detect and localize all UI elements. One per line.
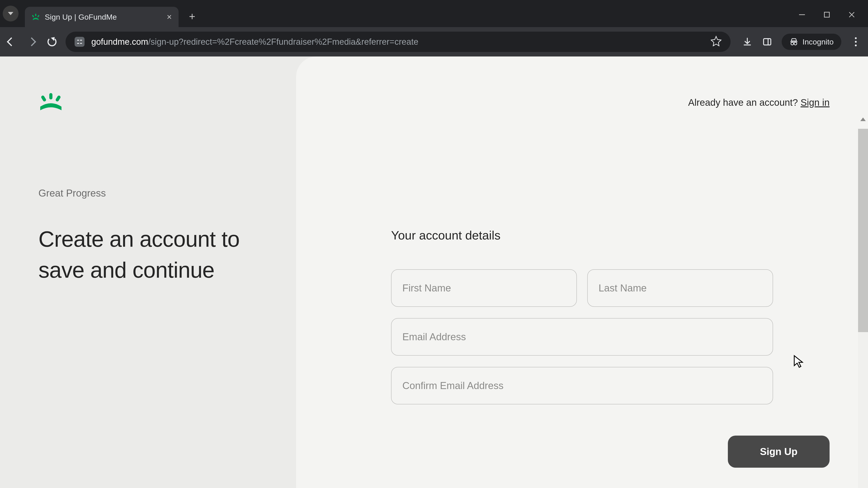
last-name-input[interactable]: [587, 269, 773, 307]
back-button[interactable]: [4, 35, 18, 48]
scrollbar-track[interactable]: [858, 129, 868, 488]
left-pane: Great Progress Create an account to save…: [0, 57, 296, 488]
reload-button[interactable]: [45, 35, 59, 48]
incognito-indicator[interactable]: Incognito: [782, 34, 841, 50]
svg-rect-1: [32, 15, 34, 18]
toolbar-right: Incognito: [737, 34, 864, 50]
tab-strip: Sign Up | GoFundMe × +: [0, 0, 868, 27]
browser-chrome: Sign Up | GoFundMe × + gofundme.com/sign…: [0, 0, 868, 57]
browser-tab[interactable]: Sign Up | GoFundMe ×: [25, 7, 179, 27]
browser-toolbar: gofundme.com/sign-up?redirect=%2Fcreate%…: [0, 27, 868, 57]
signin-prompt: Already have an account? Sign in: [688, 97, 830, 108]
scrollbar-thumb[interactable]: [858, 129, 868, 332]
chevron-down-icon: [8, 12, 13, 15]
arrow-right-icon: [27, 37, 36, 46]
svg-rect-18: [55, 95, 61, 102]
close-window-icon[interactable]: [847, 10, 856, 19]
svg-rect-2: [37, 15, 39, 18]
signup-button[interactable]: Sign Up: [728, 435, 830, 468]
svg-rect-17: [41, 95, 47, 102]
side-panel-icon[interactable]: [762, 36, 773, 47]
signin-prompt-text: Already have an account?: [688, 97, 800, 108]
svg-rect-0: [35, 14, 36, 16]
browser-menu-button[interactable]: [850, 36, 861, 47]
tab-search-button[interactable]: [3, 6, 19, 22]
svg-rect-11: [764, 39, 771, 45]
incognito-icon: [789, 37, 798, 46]
kebab-menu-icon: [855, 37, 857, 46]
gofundme-favicon-icon: [32, 13, 40, 21]
gofundme-logo-icon[interactable]: [38, 93, 63, 111]
form-heading: Your account details: [391, 228, 773, 242]
svg-rect-7: [77, 40, 79, 41]
first-name-input[interactable]: [391, 269, 577, 307]
page-body: Great Progress Create an account to save…: [0, 57, 868, 488]
legal-suffix: .: [416, 468, 419, 479]
svg-rect-9: [77, 43, 79, 44]
svg-rect-4: [825, 12, 829, 17]
svg-point-13: [791, 42, 794, 45]
legal-text: By continuing, you agree to the GoFundMe…: [391, 450, 703, 482]
forward-button[interactable]: [25, 35, 38, 48]
address-bar[interactable]: gofundme.com/sign-up?redirect=%2Fcreate%…: [66, 32, 731, 52]
url-domain: gofundme.com: [91, 37, 148, 46]
window-controls: [798, 10, 865, 19]
arrow-left-icon: [7, 37, 16, 46]
right-pane: Already have an account? Sign in Your ac…: [296, 57, 868, 488]
signin-link[interactable]: Sign in: [801, 97, 830, 108]
svg-rect-16: [49, 93, 53, 99]
name-row: [391, 269, 773, 307]
svg-point-14: [794, 42, 797, 45]
bookmark-star-icon[interactable]: [711, 35, 721, 48]
tab-close-icon[interactable]: ×: [167, 13, 172, 21]
url-path: /sign-up?redirect=%2Fcreate%2Ffundraiser…: [148, 37, 418, 46]
confirm-email-row: [391, 367, 773, 404]
reload-icon: [48, 37, 57, 46]
site-info-icon[interactable]: [74, 37, 85, 47]
email-row: [391, 318, 773, 356]
minimize-icon[interactable]: [798, 10, 807, 19]
email-input[interactable]: [391, 318, 773, 356]
progress-label: Great Progress: [38, 188, 106, 199]
new-tab-button[interactable]: +: [185, 9, 199, 23]
maximize-icon[interactable]: [822, 10, 831, 19]
page-headline: Create an account to save and continue: [38, 224, 265, 286]
incognito-label: Incognito: [802, 37, 834, 46]
terms-of-service-link[interactable]: terms of service: [575, 452, 642, 463]
svg-rect-10: [80, 43, 82, 44]
scroll-up-icon[interactable]: [860, 118, 866, 121]
tab-title: Sign Up | GoFundMe: [45, 13, 162, 22]
svg-rect-8: [80, 40, 82, 41]
legal-mid: and: [642, 452, 663, 463]
url-text: gofundme.com/sign-up?redirect=%2Fcreate%…: [91, 37, 704, 47]
downloads-icon[interactable]: [742, 36, 753, 47]
confirm-email-input[interactable]: [391, 367, 773, 404]
legal-prefix: By continuing, you agree to the GoFundMe: [391, 452, 575, 463]
